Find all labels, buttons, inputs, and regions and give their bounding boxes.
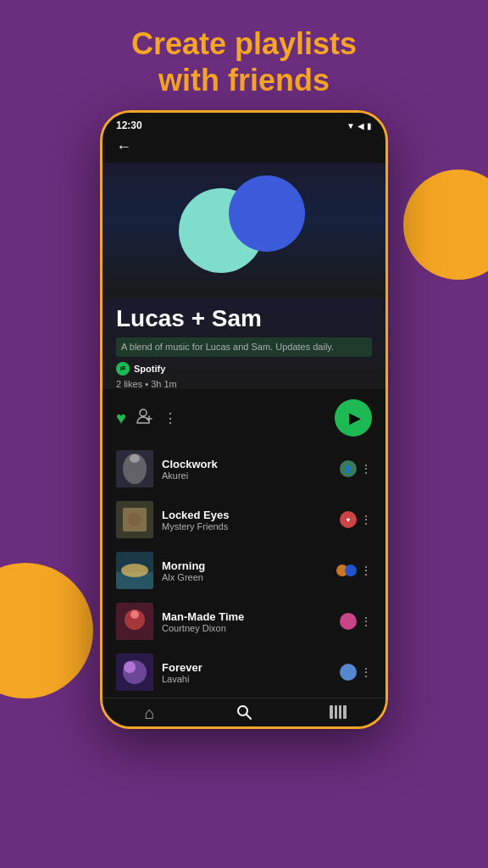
track-name: Morning [162, 559, 328, 572]
track-avatar: 👤 [340, 460, 357, 477]
track-artist: Akurei [162, 470, 331, 481]
track-item[interactable]: Morning Alx Green ⋮ [103, 545, 385, 596]
track-list: Clockwork Akurei 👤 ⋮ Locked Eyes Mystery… [103, 443, 385, 698]
track-more-button[interactable]: ⋮ [360, 513, 372, 526]
play-icon: ▶ [349, 409, 361, 427]
track-info: Forever Lavahi [162, 661, 331, 684]
nav-search-label: Search [232, 726, 257, 729]
track-right: ⋮ [336, 564, 372, 577]
track-right: ♥ ⋮ [340, 511, 372, 528]
track-avatar [340, 613, 357, 630]
track-avatar [336, 565, 357, 576]
track-right: ⋮ [340, 613, 372, 630]
track-name: Clockwork [162, 458, 331, 470]
track-avatar [340, 664, 357, 681]
back-button[interactable]: ← [103, 135, 385, 163]
nav-home-label: Home [140, 725, 160, 729]
track-artist: Courtney Dixon [162, 623, 331, 633]
track-artist: Mystery Friends [162, 521, 331, 531]
wifi-icon: ▼ [347, 121, 355, 131]
signal-icon: ◀ [358, 121, 364, 131]
svg-point-6 [128, 513, 141, 526]
track-more-button[interactable]: ⋮ [360, 564, 372, 577]
track-thumbnail [116, 654, 153, 691]
svg-line-17 [246, 715, 251, 720]
track-info: Morning Alx Green [162, 559, 328, 582]
nav-home[interactable]: ⌂ Home [103, 704, 197, 729]
track-thumbnail [116, 603, 153, 640]
like-button[interactable]: ♥ [116, 409, 126, 428]
header-section: Create playlists with friends [0, 0, 488, 115]
playlist-description: A blend of music for Lucas and Sam. Upda… [116, 337, 372, 357]
track-avatar: ♥ [340, 511, 357, 528]
spotify-badge: Spotify [116, 362, 372, 376]
svg-rect-18 [330, 705, 333, 719]
track-thumbnail [116, 501, 153, 538]
search-icon [236, 704, 252, 725]
svg-point-12 [130, 610, 139, 619]
phone-frame: 12:30 ▼ ◀ ▮ ← Lucas + Sam A blend of mus… [100, 110, 388, 729]
status-icons: ▼ ◀ ▮ [347, 121, 372, 131]
more-options-button[interactable]: ⋮ [164, 410, 177, 426]
svg-rect-19 [335, 705, 337, 719]
battery-icon: ▮ [367, 121, 372, 131]
track-info: Locked Eyes Mystery Friends [162, 509, 331, 531]
track-info: Clockwork Akurei [162, 458, 331, 481]
track-artist: Lavahi [162, 674, 331, 684]
header-title: Create playlists with friends [17, 25, 471, 98]
spotify-logo [116, 362, 130, 376]
track-name: Forever [162, 661, 331, 674]
bg-decoration-right [403, 170, 488, 280]
track-artist: Alx Green [162, 572, 328, 582]
add-friend-button[interactable] [136, 409, 153, 428]
track-info: Man-Made Time Courtney Dixon [162, 610, 331, 633]
track-item[interactable]: Clockwork Akurei 👤 ⋮ [103, 443, 385, 494]
nav-search[interactable]: Search [197, 704, 291, 729]
track-right: ⋮ [340, 664, 372, 681]
spotify-name: Spotify [134, 364, 165, 374]
track-thumbnail [116, 552, 153, 589]
art-circle-blue [229, 175, 305, 252]
library-icon [329, 704, 347, 725]
home-icon: ⌂ [145, 704, 155, 723]
svg-point-9 [121, 564, 148, 577]
track-name: Man-Made Time [162, 610, 331, 623]
track-item[interactable]: Man-Made Time Courtney Dixon ⋮ [103, 596, 385, 647]
svg-rect-21 [343, 705, 347, 719]
status-time: 12:30 [116, 120, 142, 131]
playlist-info: Lucas + Sam A blend of music for Lucas a… [103, 298, 385, 389]
bottom-nav: ⌂ Home Search Your Librar [103, 698, 385, 729]
playlist-meta: 2 likes • 3h 1m [116, 379, 372, 389]
svg-rect-20 [339, 705, 341, 719]
track-thumbnail [116, 450, 153, 487]
track-item[interactable]: Forever Lavahi ⋮ [103, 647, 385, 698]
playlist-title: Lucas + Sam [116, 305, 372, 332]
track-right: 👤 ⋮ [340, 460, 372, 477]
bg-decoration-left [0, 563, 93, 698]
playlist-art [103, 163, 385, 298]
track-name: Locked Eyes [162, 509, 331, 521]
status-bar: 12:30 ▼ ◀ ▮ [103, 113, 385, 135]
action-bar: ♥ ⋮ ▶ [103, 396, 385, 443]
svg-point-0 [119, 364, 127, 373]
action-left-group: ♥ ⋮ [116, 409, 177, 428]
play-button[interactable]: ▶ [335, 399, 372, 437]
nav-library[interactable]: Your Library [291, 704, 385, 729]
track-item[interactable]: Locked Eyes Mystery Friends ♥ ⋮ [103, 494, 385, 545]
svg-point-15 [124, 661, 136, 673]
nav-library-label: Your Library [318, 726, 358, 729]
track-more-button[interactable]: ⋮ [360, 462, 372, 476]
track-more-button[interactable]: ⋮ [360, 665, 372, 679]
track-more-button[interactable]: ⋮ [360, 615, 372, 628]
svg-point-3 [130, 454, 140, 463]
